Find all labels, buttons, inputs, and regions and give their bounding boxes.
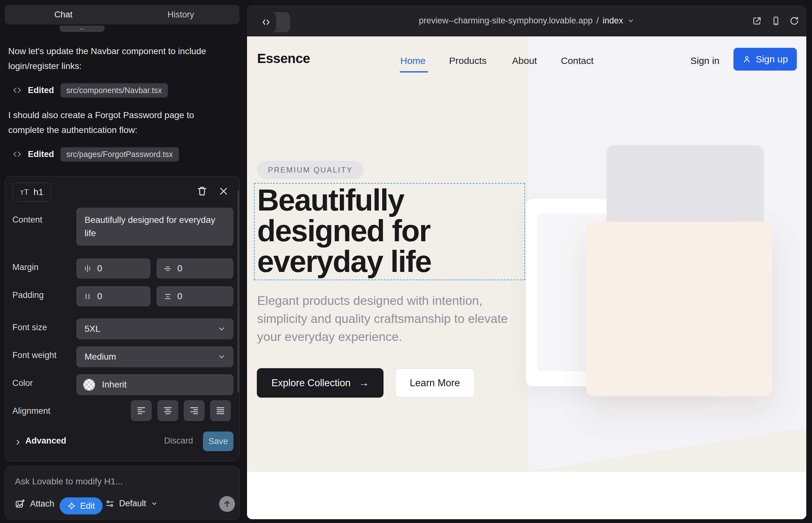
color-select[interactable]: Inherit	[76, 374, 233, 395]
font-weight-label: Font weight	[12, 350, 57, 360]
chevron-down-icon	[151, 500, 158, 507]
chat-message: Now let's update the Navbar component to…	[8, 44, 230, 73]
padding-vertical-icon	[163, 292, 172, 301]
explore-collection-button[interactable]: Explore Collection →	[257, 368, 384, 398]
decor-card-cream	[586, 222, 772, 396]
send-button[interactable]	[219, 496, 235, 512]
edit-mode-button[interactable]: Edit	[59, 497, 103, 515]
tab-history-label: History	[167, 10, 194, 20]
user-icon	[742, 55, 751, 64]
align-justify-button[interactable]	[210, 400, 231, 421]
padding-x-input[interactable]: 0	[76, 286, 151, 306]
code-preview-toggle[interactable]	[256, 12, 290, 32]
sign-up-label: Sign up	[756, 54, 788, 65]
padding-horizontal-icon	[83, 292, 92, 301]
mode-selector[interactable]: Default	[105, 499, 158, 508]
sign-up-button[interactable]: Sign up	[734, 48, 797, 71]
alignment-label: Alignment	[12, 406, 50, 416]
nav-link-products[interactable]: Products	[449, 55, 487, 66]
nav-link-home[interactable]: Home	[400, 55, 426, 66]
code-toggle-segment[interactable]	[256, 12, 276, 32]
font-size-label: Font size	[12, 323, 47, 332]
tab-chat[interactable]: Chat	[5, 5, 122, 24]
mode-label: Default	[119, 499, 146, 508]
element-editor-panel: тT h1 Content Beautifully designed for e…	[5, 176, 240, 461]
file-chip[interactable]: src/pages/ForgotPassword.tsx	[60, 147, 179, 161]
truncated-pill-dots: ..	[80, 26, 85, 31]
font-size-select[interactable]: 5XL	[76, 319, 233, 339]
margin-horizontal-icon	[83, 264, 92, 273]
explore-label: Explore Collection	[271, 377, 351, 389]
selected-element-tag: тT h1	[12, 183, 51, 202]
url-domain: preview--charming-site-symphony.lovable.…	[419, 16, 593, 26]
refresh-icon[interactable]	[789, 16, 799, 26]
padding-x-value: 0	[97, 291, 102, 301]
nav-link-about[interactable]: About	[512, 55, 537, 66]
code-icon	[13, 86, 21, 95]
align-center-button[interactable]	[157, 400, 178, 421]
app-root: Chat History .. Now let's update the Nav…	[0, 0, 812, 523]
nav-link-contact[interactable]: Contact	[561, 55, 594, 66]
chat-message: I should also create a Forgot Password p…	[8, 108, 230, 138]
padding-y-input[interactable]: 0	[156, 286, 233, 306]
learn-more-button[interactable]: Learn More	[395, 368, 475, 398]
edited-label: Edited	[28, 149, 54, 159]
margin-y-value: 0	[177, 264, 182, 273]
margin-vertical-icon	[163, 264, 172, 273]
edited-label: Edited	[28, 86, 54, 95]
file-chip[interactable]: src/components/Navbar.tsx	[60, 83, 168, 97]
font-size-value: 5XL	[85, 324, 100, 334]
preview-window: preview--charming-site-symphony.lovable.…	[247, 5, 806, 519]
url-separator: /	[596, 16, 599, 26]
color-swatch-transparent	[83, 379, 95, 391]
save-button[interactable]: Save	[203, 432, 233, 451]
mobile-view-icon[interactable]	[771, 16, 781, 26]
chevron-down-icon	[628, 17, 634, 24]
chat-composer: Ask Lovable to modify H1... Attach Edit …	[5, 466, 240, 520]
element-tag-label: h1	[34, 187, 43, 197]
sliders-icon	[105, 499, 114, 508]
font-weight-value: Medium	[85, 352, 116, 362]
margin-x-input[interactable]: 0	[76, 258, 151, 278]
truncated-chat-pill[interactable]: ..	[59, 26, 105, 32]
chat-history-tabs: Chat History	[5, 5, 240, 24]
align-right-button[interactable]	[184, 400, 205, 421]
url-page: index	[603, 16, 623, 26]
margin-y-input[interactable]: 0	[156, 258, 233, 278]
attach-button[interactable]: Attach	[15, 499, 54, 509]
sign-in-link[interactable]: Sign in	[690, 55, 720, 66]
sidebar-scrollbar[interactable]	[237, 190, 239, 393]
margin-x-value: 0	[97, 264, 102, 273]
padding-y-value: 0	[177, 291, 182, 301]
attach-label: Attach	[30, 499, 54, 509]
chevron-down-icon	[217, 325, 226, 333]
active-nav-underline	[400, 71, 428, 72]
tab-chat-label: Chat	[54, 10, 72, 20]
margin-label: Margin	[12, 263, 39, 272]
tab-history[interactable]: History	[122, 5, 240, 24]
discard-button[interactable]: Discard	[164, 436, 193, 446]
edited-file-row: Edited src/pages/ForgotPassword.tsx	[13, 146, 179, 163]
align-left-button[interactable]	[131, 400, 152, 421]
site-viewport: Essence Home Products About Contact Sign…	[247, 36, 806, 519]
composer-input[interactable]: Ask Lovable to modify H1...	[15, 476, 123, 487]
site-logo[interactable]: Essence	[257, 51, 310, 66]
locate-target-icon	[67, 502, 76, 510]
padding-label: Padding	[12, 290, 44, 300]
hero-heading: Beautifully designed for everyday life	[257, 184, 526, 277]
advanced-toggle[interactable]: Advanced	[25, 436, 66, 446]
typography-icon: тT	[20, 188, 29, 197]
attach-image-icon	[15, 499, 25, 509]
font-weight-select[interactable]: Medium	[76, 346, 233, 367]
code-icon	[13, 150, 21, 159]
color-label: Color	[12, 378, 33, 388]
delete-element-button[interactable]	[196, 185, 208, 197]
arrow-right-icon: →	[359, 377, 369, 389]
color-value: Inherit	[102, 380, 127, 390]
close-panel-icon[interactable]	[218, 186, 229, 196]
content-input[interactable]: Beautifully designed for everyday life	[76, 208, 233, 246]
open-external-icon[interactable]	[752, 16, 762, 26]
url-bar[interactable]: preview--charming-site-symphony.lovable.…	[247, 5, 806, 36]
chevron-down-icon	[217, 353, 226, 361]
hero-paragraph: Elegant products designed with intention…	[257, 292, 517, 346]
